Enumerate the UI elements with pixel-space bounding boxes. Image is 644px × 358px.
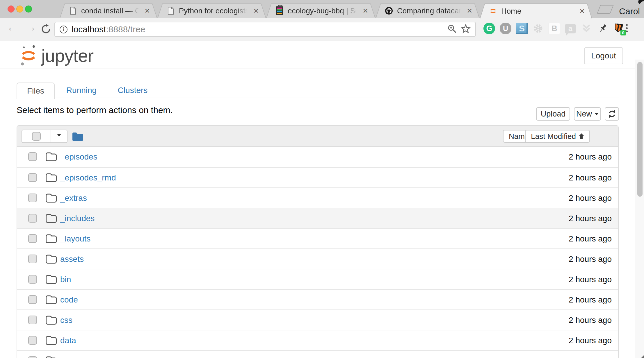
row-checkbox[interactable] xyxy=(28,356,37,358)
sort-by-modified-button[interactable]: Last Modified xyxy=(525,130,590,143)
tab-title: Comparing datacarpent xyxy=(397,6,463,15)
table-row: _extras 2 hours ago xyxy=(17,187,618,208)
browser-tab-home-active[interactable]: Home × xyxy=(480,3,592,19)
row-checkbox[interactable] xyxy=(28,234,37,243)
table-row: _layouts 2 hours ago xyxy=(17,228,618,248)
file-modified: 2 hours ago xyxy=(569,295,612,305)
jupyter-planet-icon xyxy=(19,44,38,67)
url-path: :8888/tree xyxy=(106,24,145,34)
file-link[interactable]: code xyxy=(60,295,78,305)
select-dropdown-caret[interactable] xyxy=(57,134,61,139)
scrollbar-thumb[interactable] xyxy=(637,62,643,197)
table-row: _episodes_rmd 2 hours ago xyxy=(17,167,618,187)
row-checkbox[interactable] xyxy=(28,152,37,161)
tab-title: conda install — Conda d xyxy=(81,6,140,15)
file-modified: 2 hours ago xyxy=(569,234,612,244)
select-items-hint: Select items to perform actions on them. xyxy=(17,105,173,115)
arrow-up-icon xyxy=(579,133,584,139)
url-text[interactable]: localhost:8888/tree xyxy=(72,24,145,34)
file-modified: 2 hours ago xyxy=(569,173,612,182)
row-checkbox[interactable] xyxy=(28,295,37,304)
select-all-checkbox[interactable] xyxy=(32,132,41,141)
close-icon[interactable]: × xyxy=(467,6,472,15)
profile-name[interactable]: Carol xyxy=(619,6,640,16)
tab-clusters[interactable]: Clusters xyxy=(115,83,150,98)
file-link[interactable]: data xyxy=(60,336,76,345)
file-link[interactable]: css xyxy=(60,316,72,325)
new-tab-button[interactable] xyxy=(597,5,614,14)
nav-tabs-rule xyxy=(17,98,619,98)
file-link[interactable]: bin xyxy=(60,275,71,284)
file-modified: 2 hours ago xyxy=(569,336,612,345)
minimize-window-button[interactable] xyxy=(16,6,23,12)
row-checkbox[interactable] xyxy=(28,173,37,182)
logout-button[interactable]: Logout xyxy=(584,47,623,64)
row-checkbox[interactable] xyxy=(28,275,37,284)
close-icon[interactable]: × xyxy=(363,6,368,15)
b-extension-icon[interactable]: B xyxy=(549,23,560,34)
tab-running[interactable]: Running xyxy=(65,83,98,98)
file-modified: 2 hours ago xyxy=(569,255,612,264)
forward-icon[interactable]: → xyxy=(24,21,37,33)
browser-tab-etherpad[interactable]: ecology-bug-bbq | Soft × xyxy=(266,3,376,18)
ublock-extension-icon[interactable]: U xyxy=(500,23,511,34)
file-list-panel: Name Last Modified _episodes 2 hours ago… xyxy=(17,125,619,358)
file-link[interactable]: _includes xyxy=(60,214,95,223)
gear-extension-icon[interactable] xyxy=(532,23,544,34)
row-checkbox[interactable] xyxy=(28,316,37,324)
folder-breadcrumb-icon[interactable] xyxy=(72,132,83,142)
extensions-row: G U S B a 0 xyxy=(483,23,625,34)
row-checkbox[interactable] xyxy=(28,214,37,223)
refresh-button[interactable] xyxy=(605,107,619,121)
privacy-badger-icon[interactable]: 0 xyxy=(613,23,625,34)
browser-tab-conda[interactable]: conda install — Conda d × xyxy=(60,3,157,18)
file-link[interactable]: _episodes_rmd xyxy=(60,173,116,182)
chat-extension-icon[interactable]: a xyxy=(565,24,576,33)
github-icon xyxy=(385,6,393,15)
pushpin-icon[interactable] xyxy=(597,23,609,34)
browser-tab-github[interactable]: Comparing datacarpent × xyxy=(376,3,480,18)
etherpad-icon xyxy=(275,6,284,15)
close-icon[interactable]: × xyxy=(145,6,150,15)
close-window-button[interactable] xyxy=(8,6,15,12)
chevron-extension-icon[interactable] xyxy=(581,23,592,34)
back-icon[interactable]: ← xyxy=(6,21,19,33)
jupyter-logo[interactable]: jupyter xyxy=(19,44,93,67)
close-icon[interactable]: × xyxy=(579,7,585,15)
browser-menu-icon[interactable] xyxy=(626,24,628,32)
upload-button[interactable]: Upload xyxy=(536,107,570,121)
file-modified: 2 hours ago xyxy=(569,356,612,358)
row-checkbox[interactable] xyxy=(28,194,37,202)
file-link[interactable]: _episodes xyxy=(60,152,97,162)
row-checkbox[interactable] xyxy=(28,336,37,345)
reload-icon[interactable] xyxy=(41,24,51,34)
browser-tab-ecologists[interactable]: Python for ecologists: S × xyxy=(157,3,266,18)
file-link[interactable]: assets xyxy=(60,255,84,264)
file-link[interactable]: data_output xyxy=(60,356,103,358)
s-extension-icon[interactable]: S xyxy=(516,23,528,34)
zoom-icon[interactable] xyxy=(447,24,457,35)
row-checkbox[interactable] xyxy=(28,255,37,263)
table-row: data_output 2 hours ago xyxy=(17,350,618,358)
mouse-cursor xyxy=(637,0,644,5)
file-link[interactable]: _layouts xyxy=(60,234,90,244)
select-all-group[interactable] xyxy=(22,130,67,143)
grammarly-extension-icon[interactable]: G xyxy=(483,23,495,34)
scrollbar-track[interactable] xyxy=(635,60,644,358)
document-icon xyxy=(167,6,175,15)
url-host: localhost xyxy=(72,24,106,34)
table-row: data 2 hours ago xyxy=(17,330,618,350)
close-icon[interactable]: × xyxy=(253,6,259,15)
file-modified: 2 hours ago xyxy=(569,275,612,284)
address-bar[interactable]: i localhost:8888/tree xyxy=(54,22,476,37)
badge-count: 0 xyxy=(620,30,626,35)
fullscreen-window-button[interactable] xyxy=(25,6,32,12)
folder-icon xyxy=(45,234,57,245)
file-link[interactable]: _extras xyxy=(60,194,87,203)
tab-files[interactable]: Files xyxy=(17,83,55,99)
table-row: code 2 hours ago xyxy=(17,289,618,309)
page-info-icon[interactable]: i xyxy=(60,26,67,33)
new-dropdown-button[interactable]: New xyxy=(574,107,601,121)
file-list: _episodes 2 hours ago _episodes_rmd 2 ho… xyxy=(17,147,618,358)
bookmark-star-icon[interactable] xyxy=(461,24,471,35)
